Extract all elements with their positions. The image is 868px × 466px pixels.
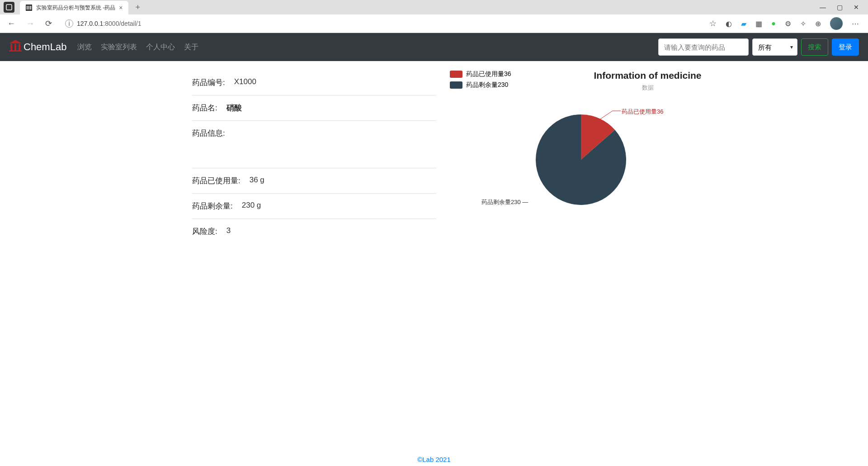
maximize-button[interactable]: ▢ [837, 4, 843, 11]
refresh-button[interactable]: ⟳ [43, 17, 54, 30]
brand-logo[interactable]: ChemLab [9, 40, 66, 54]
detail-row-info: 药品信息: [192, 121, 436, 146]
url-input[interactable]: i 127.0.0.1:8000/detail/1 [61, 17, 700, 30]
url-text: 127.0.0.1:8000/detail/1 [77, 20, 141, 27]
svg-rect-6 [10, 44, 12, 50]
nav-link-profile[interactable]: 个人中心 [146, 43, 175, 52]
detail-panel: 药品编号: X1000 药品名: 硝酸 药品信息: 药品已使用量: 36 g 药… [192, 70, 436, 244]
logo-building-icon [9, 40, 22, 54]
collections-icon[interactable]: ⊕ [815, 19, 821, 28]
search-input[interactable] [658, 38, 749, 56]
legend-swatch-icon [450, 71, 462, 78]
chart-subtitle: 数据 [531, 84, 764, 92]
close-window-button[interactable]: ✕ [854, 4, 859, 11]
svg-line-10 [599, 111, 613, 120]
window-controls: — ▢ ✕ [820, 4, 864, 11]
detail-value: 36 g [250, 176, 264, 186]
new-tab-button[interactable]: + [132, 3, 144, 12]
detail-value: 3 [226, 226, 231, 237]
tabs-overview-button[interactable] [4, 2, 14, 13]
favorites-icon[interactable]: ✧ [800, 19, 806, 28]
detail-value: 硝酸 [226, 103, 242, 113]
detail-label: 药品编号: [192, 77, 225, 88]
detail-row-id: 药品编号: X1000 [192, 70, 436, 95]
favorite-icon[interactable]: ☆ [708, 17, 718, 30]
legend-item-used[interactable]: 药品已使用量36 [450, 70, 511, 78]
chart-title: Information of medicine [531, 70, 764, 81]
detail-label: 风险度: [192, 226, 217, 237]
nav-link-about[interactable]: 关于 [184, 43, 198, 52]
tab-title: 实验室药品分析与预警系统 -药品 [36, 4, 115, 12]
ext-icon-5[interactable]: ⚙ [785, 19, 791, 28]
main-container: 药品编号: X1000 药品名: 硝酸 药品信息: 药品已使用量: 36 g 药… [95, 61, 773, 253]
tab-favicon-icon [25, 4, 33, 11]
search-category-select[interactable]: 所有 [752, 38, 797, 56]
forward-button[interactable]: → [24, 17, 36, 30]
menu-icon[interactable]: ⋯ [852, 19, 859, 28]
chart-panel: 药品已使用量36 药品剩余量230 Information of medicin… [450, 70, 764, 244]
detail-value: X1000 [234, 77, 256, 88]
site-info-icon[interactable]: i [65, 19, 73, 28]
legend-label: 药品已使用量36 [466, 70, 511, 78]
ext-icon-3[interactable]: ▦ [755, 19, 762, 28]
nav-links: 浏览 实验室列表 个人中心 关于 [77, 43, 198, 52]
detail-label: 药品信息: [192, 128, 225, 138]
pie-label-used: 药品已使用量36 [622, 108, 663, 116]
detail-row-risk: 风险度: 3 [192, 219, 436, 244]
svg-rect-4 [30, 6, 31, 10]
svg-rect-9 [9, 50, 22, 52]
ext-icon-2[interactable]: ▰ [741, 19, 746, 28]
tab-close-button[interactable]: × [119, 4, 123, 11]
svg-marker-5 [9, 40, 22, 43]
svg-rect-7 [14, 44, 16, 50]
search-button[interactable]: 搜索 [801, 38, 828, 56]
detail-label: 药品已使用量: [192, 176, 241, 186]
legend-label: 药品剩余量230 [466, 81, 508, 89]
ext-icon-4[interactable]: ● [771, 19, 776, 28]
nav-link-labs[interactable]: 实验室列表 [101, 43, 137, 52]
svg-rect-2 [27, 6, 28, 10]
spacer [192, 146, 436, 168]
detail-row-remain: 药品剩余量: 230 g [192, 194, 436, 219]
legend-item-remain[interactable]: 药品剩余量230 [450, 81, 511, 89]
detail-label: 药品剩余量: [192, 201, 233, 211]
detail-label: 药品名: [192, 103, 217, 113]
svg-rect-0 [6, 5, 12, 10]
chart-area: 药品已使用量36 药品剩余量230 Information of medicin… [450, 70, 764, 205]
addr-extensions: ◐ ▰ ▦ ● ⚙ ✧ ⊕ ⋯ [726, 17, 863, 30]
legend-swatch-icon [450, 81, 462, 89]
browser-tab[interactable]: 实验室药品分析与预警系统 -药品 × [20, 1, 128, 14]
pie-chart[interactable]: 药品已使用量36 药品剩余量230 — [536, 114, 626, 205]
detail-value: 230 g [242, 201, 261, 211]
brand-text: ChemLab [24, 41, 66, 53]
nav-link-browse[interactable]: 浏览 [77, 43, 92, 52]
app-navbar: ChemLab 浏览 实验室列表 个人中心 关于 所有 搜索 登录 [0, 33, 868, 61]
profile-avatar[interactable] [830, 17, 843, 30]
back-button[interactable]: ← [5, 17, 17, 30]
login-button[interactable]: 登录 [832, 38, 859, 56]
tab-bar: 实验室药品分析与预警系统 -药品 × + — ▢ ✕ [0, 0, 868, 14]
pie-label-remain: 药品剩余量230 — [481, 198, 528, 206]
detail-row-name: 药品名: 硝酸 [192, 95, 436, 121]
minimize-button[interactable]: — [820, 4, 826, 11]
ext-icon-1[interactable]: ◐ [726, 19, 732, 28]
chart-legend: 药品已使用量36 药品剩余量230 [450, 70, 511, 92]
svg-rect-3 [28, 6, 29, 10]
address-bar: ← → ⟳ i 127.0.0.1:8000/detail/1 ☆ ◐ ▰ ▦ … [0, 14, 868, 33]
nav-right: 所有 搜索 登录 [658, 38, 859, 56]
browser-chrome: 实验室药品分析与预警系统 -药品 × + — ▢ ✕ ← → ⟳ i 127.0… [0, 0, 868, 33]
svg-rect-8 [19, 44, 20, 50]
detail-row-used: 药品已使用量: 36 g [192, 168, 436, 194]
